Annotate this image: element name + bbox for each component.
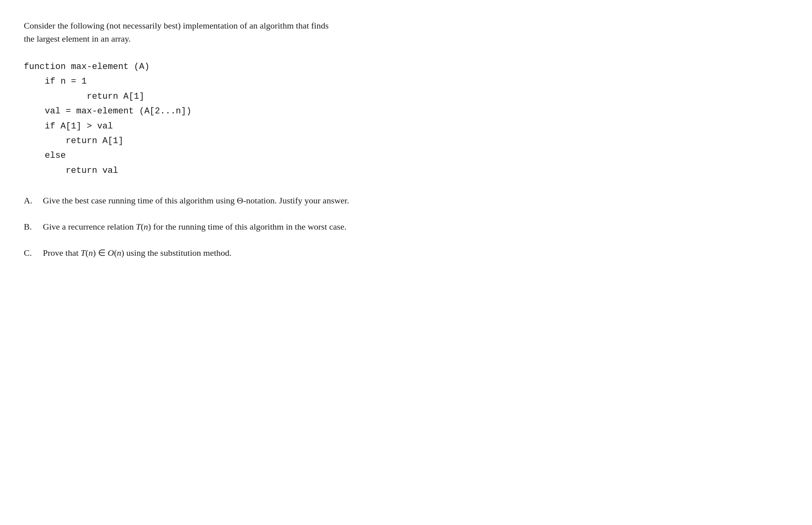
- question-text-0: Give the best case running time of this …: [43, 194, 788, 207]
- code-line: return A[1]: [24, 89, 788, 104]
- page-content: Consider the following (not necessarily …: [24, 19, 788, 260]
- code-line: return val: [24, 163, 788, 178]
- code-line: else: [24, 148, 788, 163]
- question-item-0: A.Give the best case running time of thi…: [24, 194, 788, 207]
- question-label-2: C.: [24, 246, 43, 260]
- intro-line-1: Consider the following (not necessarily …: [24, 21, 329, 31]
- code-line: val = max-element (A[2...n]): [24, 104, 788, 119]
- questions-list: A.Give the best case running time of thi…: [24, 194, 788, 260]
- code-line: function max-element (A): [24, 59, 788, 74]
- question-text-1: Give a recurrence relation T(n) for the …: [43, 220, 788, 234]
- code-line: return A[1]: [24, 134, 788, 148]
- intro-paragraph: Consider the following (not necessarily …: [24, 19, 788, 45]
- question-label-1: B.: [24, 220, 43, 234]
- code-block: function max-element (A) if n = 1 return…: [24, 59, 788, 178]
- question-item-1: B.Give a recurrence relation T(n) for th…: [24, 220, 788, 234]
- question-label-0: A.: [24, 194, 43, 207]
- question-text-2: Prove that T(n) ∈ O(n) using the substit…: [43, 246, 788, 260]
- question-item-2: C.Prove that T(n) ∈ O(n) using the subst…: [24, 246, 788, 260]
- code-line: if A[1] > val: [24, 119, 788, 134]
- code-line: if n = 1: [24, 74, 788, 89]
- intro-line-2: the largest element in an array.: [24, 34, 131, 44]
